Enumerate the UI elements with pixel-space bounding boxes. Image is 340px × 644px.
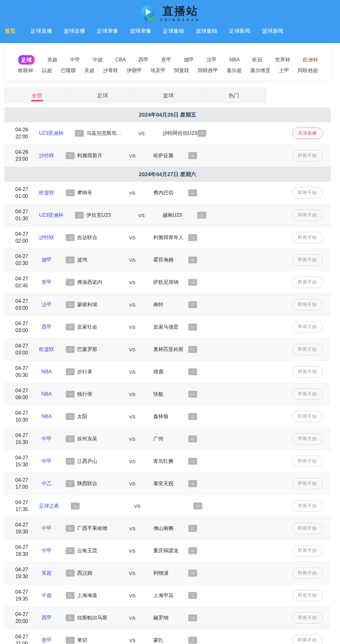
match-row[interactable]: 04-27 03:00 西甲 皇家社会 VS 皇家马德里 即将开始 [4,316,331,338]
status-button[interactable]: 即将开始 [292,344,323,355]
league-link[interactable]: U23亚洲杯 [39,130,63,137]
nav-item[interactable]: 篮球集锦 [196,27,229,35]
league-link[interactable]: 西甲 [42,615,52,621]
match-row[interactable]: 04-27 08:00 NBA 独行侠 VS 快船 即将开始 [4,383,331,405]
league-filter-item[interactable]: 阿联酋超 [298,67,318,74]
league-filter-item[interactable]: 沙青联 [103,67,118,74]
league-filter-item[interactable]: 中超 [93,57,103,63]
status-button[interactable]: 即将开始 [292,411,323,422]
match-row[interactable]: 04-27 17:35 足球之夜 VS 即将开始 [4,495,331,517]
match-row[interactable]: 04-27 20:00 西甲 拉斯帕尔马斯 VS 赫罗纳 即将开始 [4,607,331,629]
nav-item[interactable]: 足球直播 [31,27,64,35]
league-link[interactable]: NBA [42,414,52,419]
match-row[interactable]: 04-27 02:00 沙特联 吉达联合 VS 利雅得青年人 即将开始 [4,227,331,249]
league-link[interactable]: 沙特联 [39,152,54,159]
league-filter-item[interactable]: 伊朗甲 [127,67,142,74]
league-filter-item[interactable]: 欧联杯 [18,67,33,74]
league-filter-item[interactable]: 埃及甲 [150,67,166,74]
tab-all[interactable]: 全部 [4,88,70,103]
status-button[interactable]: 即将开始 [292,478,323,489]
league-link[interactable]: 沙特联 [39,234,54,241]
status-button[interactable]: 即将开始 [292,388,323,400]
nav-item[interactable]: 足球录像 [97,27,130,35]
status-button[interactable]: 即将开始 [292,366,323,377]
nav-item[interactable]: 首页 [5,27,31,35]
league-filter-item[interactable]: 德甲 [184,57,194,63]
nav-item[interactable]: 篮球录像 [130,27,163,35]
tab-hot[interactable]: 热门 [201,88,266,103]
league-filter-item[interactable]: 西甲 [139,57,149,63]
football-category-pill[interactable]: 足球 [18,55,35,65]
league-filter-item[interactable]: 塞尔超 [227,67,242,74]
status-button[interactable]: 即将开始 [292,612,323,624]
league-filter-item[interactable]: 阿曼联 [174,67,189,74]
league-filter-item[interactable]: 土甲 [279,67,289,74]
league-filter-item[interactable]: 欧洲杯 [303,57,318,63]
league-filter-item[interactable]: 法甲 [207,57,217,63]
match-row[interactable]: 04-27 19:30 英超 西汉姆 VS 利物浦 即将开始 [4,562,331,584]
status-button[interactable]: 即将开始 [292,523,323,534]
match-row[interactable]: 04-27 19:30 中甲 云南玉昆 VS 重庆铜梁龙 即将开始 [4,540,331,562]
league-filter-item[interactable]: 美超 [84,67,94,74]
status-button[interactable]: 即将开始 [292,277,323,288]
status-button[interactable]: 即将开始 [292,545,323,556]
status-button[interactable]: 即将开始 [292,590,323,601]
status-button[interactable]: 高清直播 [292,128,323,139]
status-button[interactable]: 即将开始 [292,254,323,266]
league-link[interactable]: 意甲 [42,637,52,644]
match-row[interactable]: 04-26 23:00 沙特联 利雅得新月 VS 哈萨征服 即将开始 [4,145,331,167]
league-filter-item[interactable]: 巴隆聯 [61,67,76,74]
league-link[interactable]: 中甲 [42,548,52,554]
status-button[interactable]: 即将开始 [292,433,323,445]
league-filter-item[interactable]: 英超 [47,57,57,63]
league-link[interactable]: 中甲 [42,458,52,465]
league-link[interactable]: NBA [42,369,52,375]
nav-item[interactable]: 足球新闻 [229,27,262,35]
league-filter-item[interactable]: 意甲 [161,57,171,63]
league-link[interactable]: NBA [42,391,52,397]
league-filter-item[interactable]: 中甲 [70,57,80,63]
nav-item[interactable]: 篮球新闻 [262,27,295,35]
match-row[interactable]: 04-27 02:45 意甲 弗洛西诺内 VS 萨勒尼塔纳 即将开始 [4,271,331,294]
tab-football[interactable]: 足球 [70,88,135,103]
league-link[interactable]: 法甲 [42,302,52,308]
match-row[interactable]: 04-27 15:30 中甲 江西庐山 VS 青岛红狮 即将开始 [4,450,331,473]
match-row[interactable]: 04-26 22:00 U23亚洲杯 乌兹别克斯坦... VS 沙特阿拉伯U23… [4,122,331,145]
league-link[interactable]: 中乙 [42,480,52,487]
league-filter-item[interactable]: 世界杯 [275,57,290,63]
match-row[interactable]: 04-27 10:30 NBA 太阳 VS 森林狼 即将开始 [4,405,331,428]
match-row[interactable]: 04-27 21:00 意甲 莱切 VS 蒙扎 即将开始 [4,629,331,644]
league-filter-item[interactable]: NBA [229,57,240,63]
league-filter-item[interactable]: 阿联酋甲 [198,67,218,74]
league-filter-item[interactable]: 塞尔维亚 [250,67,270,74]
league-link[interactable]: 中甲 [42,525,52,532]
status-button[interactable]: 即将开始 [292,635,323,644]
nav-item[interactable]: 足球集锦 [163,27,196,35]
status-button[interactable]: 即将开始 [292,456,323,467]
status-button[interactable]: 即将开始 [292,210,323,221]
status-button[interactable]: 即将开始 [292,321,323,333]
status-button[interactable]: 即将开始 [292,187,323,198]
match-row[interactable]: 04-27 05:30 NBA 步行者 VS 雄鹿 即将开始 [4,361,331,383]
league-link[interactable]: 英超 [42,570,52,577]
league-filter-item[interactable]: 欧冠 [252,57,263,63]
status-button[interactable]: 即将开始 [292,299,323,310]
status-button[interactable]: 即将开始 [292,500,323,512]
match-row[interactable]: 04-27 19:35 中超 上海海港 VS 上海申花 即将开始 [4,584,331,607]
match-row[interactable]: 04-27 01:00 欧篮联 摩纳哥 VS 费内巴切 即将开始 [4,182,331,204]
match-row[interactable]: 04-27 17:00 中乙 陕西联合 VS 泰安天贶 即将开始 [4,473,331,495]
match-row[interactable]: 04-27 15:30 中甲 苏州东吴 VS 广州 即将开始 [4,428,331,450]
match-row[interactable]: 04-27 03:00 欧篮联 巴塞罗那 VS 奥林匹亚科斯 即将开始 [4,338,331,361]
match-row[interactable]: 04-27 03:00 法甲 蒙彼利埃 VS 南特 即将开始 [4,294,331,316]
league-link[interactable]: 欧篮联 [39,346,54,353]
league-link[interactable]: U23亚洲杯 [39,212,63,219]
league-filter-item[interactable]: CBA [116,57,126,63]
status-button[interactable]: 即将开始 [292,232,323,243]
league-link[interactable]: 欧篮联 [39,190,54,196]
match-row[interactable]: 04-27 01:30 U23亚洲杯 伊拉克U23 VS 越南U23 即将开始 [4,204,331,227]
tab-basketball[interactable]: 篮球 [136,88,201,103]
status-button[interactable]: 即将开始 [292,150,323,161]
league-link[interactable]: 中超 [42,592,52,599]
league-link[interactable]: 德甲 [42,257,52,263]
status-button[interactable]: 即将开始 [292,567,323,579]
